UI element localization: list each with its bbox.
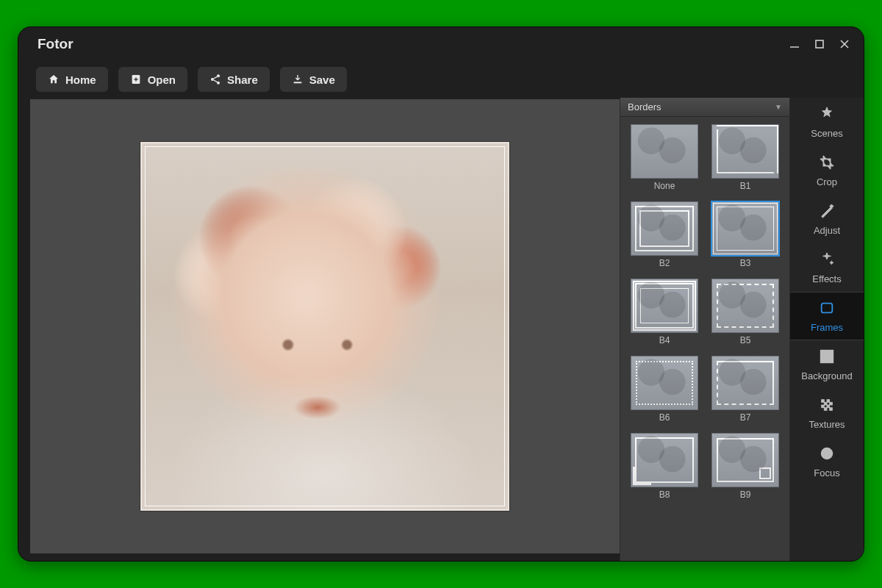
- svg-line-11: [214, 80, 218, 82]
- border-label: B8: [631, 490, 698, 500]
- svg-point-7: [211, 78, 214, 81]
- plus-file-icon: [130, 74, 142, 85]
- svg-point-8: [217, 74, 220, 77]
- home-label: Home: [65, 74, 96, 86]
- rail-background[interactable]: Background: [790, 340, 864, 389]
- rail-label: Scenes: [811, 129, 842, 138]
- svg-point-9: [217, 82, 220, 85]
- borders-grid: NoneB1B2B3B4B5B6B7B8B9: [631, 124, 785, 500]
- close-icon[interactable]: [839, 38, 850, 50]
- border-preview: [711, 124, 779, 179]
- svg-rect-21: [824, 402, 827, 405]
- svg-rect-20: [827, 400, 830, 403]
- home-button[interactable]: Home: [36, 67, 108, 92]
- rail-effects[interactable]: Effects: [790, 243, 864, 292]
- svg-rect-14: [822, 304, 833, 313]
- svg-rect-24: [827, 405, 830, 408]
- border-thumb-b8[interactable]: B8: [631, 433, 698, 500]
- border-thumb-b9[interactable]: B9: [711, 433, 779, 500]
- border-preview: [711, 279, 779, 333]
- border-preview: [631, 356, 698, 410]
- app-title: Fotor: [37, 36, 74, 52]
- crop-icon: [819, 154, 835, 173]
- tool-rail: ScenesCropAdjustEffectsFramesBackgroundT…: [790, 98, 864, 561]
- save-button[interactable]: Save: [280, 67, 347, 92]
- svg-rect-26: [830, 408, 833, 411]
- border-preview: [631, 201, 698, 256]
- border-preview: [631, 279, 698, 333]
- rail-label: Background: [801, 371, 852, 381]
- border-preview: [631, 433, 698, 487]
- border-preview: [711, 356, 779, 410]
- minimize-icon[interactable]: [789, 38, 800, 50]
- effects-icon: [819, 251, 835, 270]
- svg-point-28: [825, 451, 829, 456]
- adjust-icon: [819, 203, 835, 221]
- border-thumb-b1[interactable]: B1: [711, 124, 779, 191]
- textures-icon: [819, 397, 835, 415]
- svg-rect-12: [293, 82, 301, 83]
- maximize-icon[interactable]: [814, 38, 825, 50]
- canvas-image[interactable]: [140, 142, 509, 511]
- rail-label: Focus: [814, 468, 839, 478]
- border-label: B9: [711, 490, 779, 500]
- scenes-icon: [819, 106, 835, 124]
- border-label: B6: [631, 412, 698, 423]
- border-preview: [711, 201, 779, 256]
- border-label: None: [631, 181, 698, 191]
- border-label: B2: [631, 258, 698, 268]
- save-label: Save: [309, 74, 335, 86]
- open-button[interactable]: Open: [118, 67, 187, 92]
- border-label: B4: [631, 335, 698, 345]
- rail-textures[interactable]: Textures: [790, 389, 864, 437]
- svg-rect-1: [816, 40, 823, 48]
- border-thumb-b2[interactable]: B2: [631, 201, 698, 268]
- open-label: Open: [148, 74, 176, 86]
- border-thumb-b5[interactable]: B5: [711, 279, 779, 345]
- workspace: Borders ▼ NoneB1B2B3B4B5B6B7B8B9 ScenesC…: [18, 98, 864, 561]
- download-icon: [292, 74, 304, 85]
- rail-label: Effects: [812, 274, 842, 284]
- background-icon: [819, 348, 835, 367]
- borders-scroll[interactable]: NoneB1B2B3B4B5B6B7B8B9: [620, 117, 789, 561]
- share-icon: [209, 74, 221, 85]
- rail-label: Frames: [811, 323, 843, 332]
- rail-adjust[interactable]: Adjust: [790, 195, 864, 243]
- share-button[interactable]: Share: [198, 67, 270, 92]
- panel-header[interactable]: Borders ▼: [620, 98, 789, 117]
- home-icon: [48, 74, 60, 85]
- panel-title: Borders: [628, 101, 662, 112]
- canvas-area[interactable]: [30, 99, 620, 553]
- border-preview: [711, 433, 779, 487]
- focus-icon: [819, 445, 835, 464]
- svg-line-10: [214, 76, 218, 79]
- rail-frames[interactable]: Frames: [790, 292, 864, 340]
- rail-focus[interactable]: Focus: [790, 437, 864, 486]
- border-thumb-b3[interactable]: B3: [711, 201, 779, 268]
- border-thumb-b4[interactable]: B4: [631, 279, 698, 345]
- border-thumb-none[interactable]: None: [631, 124, 698, 191]
- svg-rect-23: [822, 405, 825, 408]
- borders-panel: Borders ▼ NoneB1B2B3B4B5B6B7B8B9: [620, 98, 790, 561]
- share-label: Share: [227, 74, 258, 86]
- window-controls: [789, 38, 850, 50]
- border-label: B7: [711, 412, 779, 423]
- svg-rect-25: [824, 408, 827, 411]
- collapse-icon: ▼: [775, 103, 782, 111]
- rail-crop[interactable]: Crop: [790, 146, 864, 195]
- border-label: B1: [711, 181, 779, 191]
- rail-label: Adjust: [814, 226, 840, 235]
- border-label: B3: [711, 258, 779, 268]
- rail-scenes[interactable]: Scenes: [790, 98, 864, 146]
- border-label: B5: [711, 335, 779, 345]
- toolbar: Home Open Share Save: [18, 61, 864, 98]
- border-thumb-b6[interactable]: B6: [631, 356, 698, 423]
- svg-rect-6: [134, 79, 137, 79]
- frames-icon: [819, 300, 835, 318]
- applied-frame-overlay: [145, 146, 505, 506]
- rail-label: Crop: [817, 177, 837, 187]
- border-thumb-b7[interactable]: B7: [711, 356, 779, 423]
- titlebar: Fotor: [18, 27, 864, 61]
- svg-rect-22: [830, 402, 833, 405]
- rail-label: Textures: [808, 420, 845, 429]
